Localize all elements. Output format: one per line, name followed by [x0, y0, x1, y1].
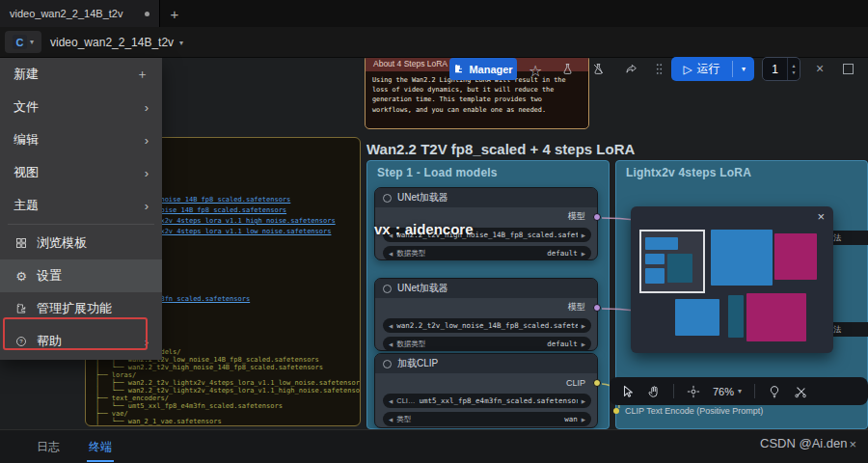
node-header[interactable]: UNet加载器 — [375, 279, 597, 298]
node-output-model: 模型 — [375, 300, 597, 314]
node-unet-loader-2[interactable]: UNet加载器 模型 ◀ wan2.2_t2v_low_noise_14B_fp… — [374, 278, 598, 351]
chevron-right-icon: › — [145, 335, 149, 349]
clip-text-encode-label: CLIP Text Encode (Positive Prompt) — [613, 406, 763, 416]
menu-divider — [8, 224, 154, 225]
stepper-up-icon[interactable]: ▲ — [792, 63, 797, 68]
chevron-right-icon: › — [145, 100, 149, 115]
minimap-node-rect — [675, 299, 719, 336]
node-header[interactable]: 加载CLIP — [375, 354, 597, 373]
menu-item-file[interactable]: 文件 › — [0, 91, 162, 123]
link-cut-icon[interactable] — [794, 385, 807, 398]
tab-terminal[interactable]: 终端 — [87, 430, 114, 463]
drag-handle-icon[interactable] — [656, 63, 663, 75]
plus-icon: ＋ — [136, 66, 149, 83]
file-tree-line: ├── vae/ — [95, 410, 128, 418]
play-icon: ▷ — [683, 63, 692, 76]
star-icon[interactable]: ☆ — [529, 62, 542, 80]
combo-right-icon[interactable]: ▶ — [582, 341, 585, 347]
menu-item-theme[interactable]: 主题 › — [0, 189, 162, 222]
menu-item-new[interactable]: 新建 ＋ — [0, 58, 162, 91]
chevron-right-icon: › — [145, 199, 149, 213]
combo-right-icon[interactable]: ▶ — [582, 417, 585, 422]
share-icon[interactable] — [625, 63, 637, 75]
flask-icon[interactable] — [561, 63, 574, 75]
file-tree-line: │ └── wan2.2_t2v_high_noise_14B_fp8_scal… — [95, 364, 323, 371]
app-menu-button[interactable]: C ▾ — [5, 31, 41, 53]
unsaved-dot-icon[interactable] — [145, 12, 149, 16]
clip-name-combo[interactable]: ◀ CLI… umt5_xxl_fp8_e4m3fn_scaled.safete… — [383, 394, 591, 408]
clip-output-port[interactable] — [593, 379, 601, 387]
maximize-icon[interactable] — [843, 64, 854, 74]
batch-count-stepper[interactable]: 1 ▲ ▼ — [762, 57, 800, 81]
menu-item-help[interactable]: ? 帮助 › — [0, 325, 162, 358]
combo-left-icon[interactable]: ◀ — [389, 417, 393, 422]
zoom-level-dropdown[interactable]: 76% ▾ — [713, 386, 742, 397]
workflow-name-dropdown[interactable]: video_wan2_2_14B_t2v ▾ — [50, 36, 183, 49]
flask-off-icon[interactable] — [592, 63, 605, 75]
minimap-viewport[interactable] — [639, 230, 705, 293]
workflow-tab[interactable]: video_wan2_2_14B_t2v — [0, 0, 160, 27]
tab-title: video_wan2_2_14B_t2v — [10, 8, 122, 19]
templates-icon — [14, 237, 29, 249]
lightbulb-icon[interactable] — [768, 385, 781, 398]
close-icon[interactable]: × — [816, 61, 824, 76]
combo-left-icon[interactable]: ◀ — [389, 251, 393, 257]
minimap-node-rect — [645, 254, 665, 264]
dtype-combo[interactable]: ◀ 数据类型 default ▶ — [383, 337, 591, 351]
pan-hand-icon[interactable] — [647, 385, 661, 398]
minimap-node-rect — [711, 230, 773, 286]
node-header[interactable]: UNet加载器 — [375, 188, 597, 207]
combo-left-icon[interactable]: ◀ — [389, 323, 393, 329]
clip-type-combo[interactable]: ◀ 类型 wan ▶ — [383, 412, 591, 426]
chevron-right-icon: › — [145, 133, 149, 148]
combo-right-icon[interactable]: ▶ — [582, 232, 585, 238]
tab-logs[interactable]: 日志 — [35, 430, 62, 463]
combo-left-icon[interactable]: ◀ — [389, 341, 393, 347]
watermark-corner: CSDN @Ai.den — [760, 436, 848, 450]
app-menu: 新建 ＋ 文件 › 编辑 › 视图 › 主题 › 浏览模板 ⚙ 设置 管理扩展功… — [0, 58, 162, 360]
question-circle-icon: ? — [14, 336, 29, 347]
minimap-close-icon[interactable]: × — [817, 209, 825, 224]
main-group-title[interactable]: Wan2.2 T2V fp8_scaled + 4 steps LoRA — [366, 141, 635, 157]
node-title: 加载CLIP — [397, 357, 438, 370]
panel-close-icon[interactable]: × — [849, 437, 856, 451]
minimap-node-rect — [774, 233, 817, 280]
dtype-combo[interactable]: ◀ 数据类型 default ▶ — [383, 246, 591, 260]
model-output-port[interactable] — [593, 213, 601, 221]
combo-right-icon[interactable]: ▶ — [582, 398, 585, 404]
minimap-node-rect — [645, 268, 665, 284]
stepper-down-icon[interactable]: ▼ — [792, 69, 797, 75]
new-tab-button[interactable]: + — [160, 0, 189, 27]
minimap-node-rect — [746, 293, 806, 341]
unet-name-combo[interactable]: ◀ wan2.2_t2v_low_noise_14B_fp8_scaled.sa… — [383, 318, 591, 333]
combo-right-icon[interactable]: ▶ — [582, 323, 585, 329]
main-toolbar: C ▾ video_wan2_2_14B_t2v ▾ Manager ☆ ▷ 运… — [0, 27, 868, 58]
node-collapse-icon[interactable] — [383, 360, 392, 368]
pointer-tool-icon[interactable] — [621, 385, 635, 398]
chevron-down-icon: ▾ — [179, 39, 183, 47]
fit-view-icon[interactable] — [687, 385, 700, 398]
comfyui-logo-icon: C — [13, 35, 27, 49]
chevron-right-icon: › — [145, 166, 149, 180]
manager-button[interactable]: Manager — [449, 58, 517, 80]
run-options-chevron-icon[interactable]: ▾ — [733, 57, 754, 81]
menu-item-settings[interactable]: ⚙ 设置 — [0, 259, 162, 292]
node-collapse-icon[interactable] — [383, 285, 392, 293]
menu-item-browse-templates[interactable]: 浏览模板 — [0, 227, 162, 259]
combo-left-icon[interactable]: ◀ — [389, 398, 393, 404]
toolbar-divider — [754, 384, 755, 398]
group-title: Step 1 - Load models — [367, 161, 609, 184]
menu-item-edit[interactable]: 编辑 › — [0, 123, 162, 156]
node-collapse-icon[interactable] — [383, 194, 392, 203]
menu-item-view[interactable]: 视图 › — [0, 156, 162, 189]
minimap[interactable]: × — [631, 206, 833, 353]
node-clip-loader[interactable]: 加载CLIP CLIP ◀ CLI… umt5_xxl_fp8_e4m3fn_s… — [374, 353, 598, 428]
file-tree-line: │ └── umt5_xxl_fp8_e4m3fn_scaled.safeten… — [95, 402, 283, 410]
minimap-node-rect — [667, 254, 692, 283]
run-button[interactable]: ▷ 运行 ▾ — [671, 57, 754, 81]
chevron-down-icon: ▾ — [738, 387, 742, 395]
minimap-node-rect — [728, 295, 744, 338]
menu-item-manage-extensions[interactable]: 管理扩展功能 — [0, 292, 162, 325]
combo-right-icon[interactable]: ▶ — [582, 251, 585, 257]
model-output-port[interactable] — [593, 304, 601, 312]
